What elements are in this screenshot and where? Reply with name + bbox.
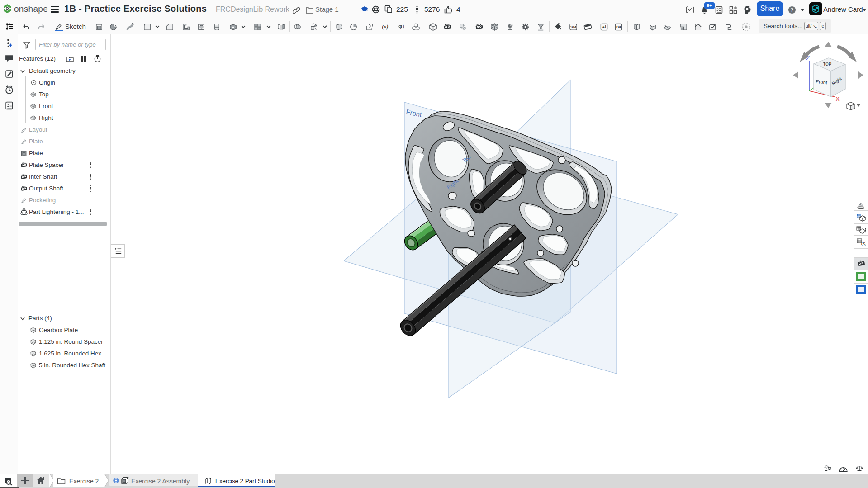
svg-text:SM: SM: [570, 25, 576, 29]
svg-text:Ai: Ai: [602, 25, 606, 29]
svg-text:Z: Z: [806, 54, 810, 62]
svg-text:X: X: [835, 95, 840, 103]
svg-text:Front: Front: [816, 79, 828, 85]
svg-text:?: ?: [790, 7, 793, 14]
svg-text:Ds: Ds: [616, 25, 621, 29]
svg-text:): ): [403, 24, 404, 29]
svg-text:(x): (x): [861, 240, 866, 246]
svg-text:(x): (x): [382, 24, 388, 30]
